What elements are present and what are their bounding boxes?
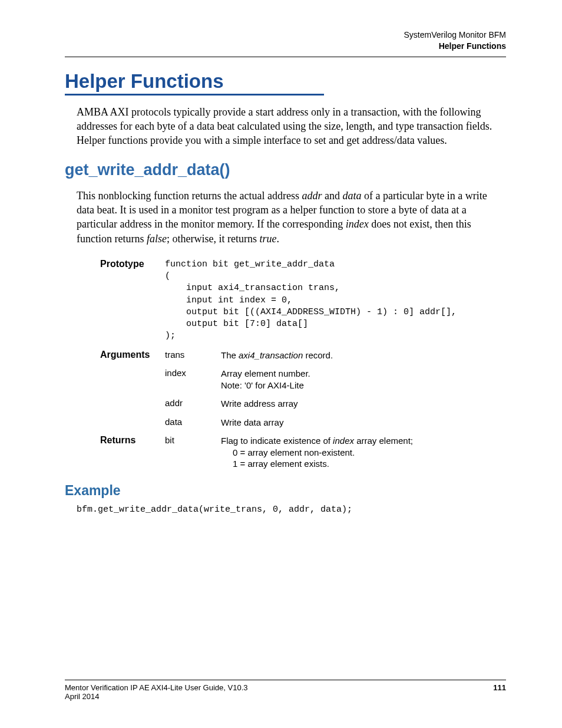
param-index: index xyxy=(333,436,354,446)
argument-row: index Array element number. Note: '0' fo… xyxy=(100,368,506,391)
arg-name: data xyxy=(165,417,221,427)
param-data: data xyxy=(342,190,361,202)
returns-row: Returns bit Flag to indicate existence o… xyxy=(100,435,506,470)
kw-true: true xyxy=(259,233,276,245)
page-number: 111 xyxy=(493,683,506,701)
param-addr: addr xyxy=(302,190,322,202)
arg-desc: Write data array xyxy=(221,417,283,429)
example-code: bfm.get_write_addr_data(write_trans, 0, … xyxy=(77,505,506,515)
text: Note: '0' for AXI4-Lite xyxy=(221,380,310,391)
prototype-code: function bit get_write_addr_data ( input… xyxy=(165,259,457,342)
arguments-label: Arguments xyxy=(100,350,165,360)
footer-rule xyxy=(65,680,506,680)
text: Array element number. xyxy=(221,368,310,380)
text: . xyxy=(276,233,279,245)
text: record. xyxy=(303,350,333,360)
return-type: bit xyxy=(165,435,221,445)
arg-name: addr xyxy=(165,398,221,408)
definition-table: Prototype function bit get_write_addr_da… xyxy=(100,259,506,470)
running-header: SystemVerilog Monitor BFM Helper Functio… xyxy=(65,29,506,52)
example-heading: Example xyxy=(65,483,506,499)
footer-doc-title: Mentor Verification IP AE AXI4-Lite User… xyxy=(65,683,247,692)
param-index: index xyxy=(346,218,369,230)
arg-desc: Array element number. Note: '0' for AXI4… xyxy=(221,368,310,391)
text: and xyxy=(322,190,342,202)
arg-name: index xyxy=(165,368,221,378)
function-title: get_write_addr_data() xyxy=(65,161,506,179)
header-chapter: SystemVerilog Monitor BFM xyxy=(65,29,506,41)
type-name: axi4_transaction xyxy=(239,350,303,360)
argument-row: Arguments trans The axi4_transaction rec… xyxy=(100,350,506,361)
arg-desc: The axi4_transaction record. xyxy=(221,350,333,361)
return-desc: Flag to indicate existence of index arra… xyxy=(221,435,413,470)
returns-label: Returns xyxy=(100,435,165,446)
kw-false: false xyxy=(147,233,167,245)
page-title: Helper Functions xyxy=(65,70,324,95)
footer-date: April 2014 xyxy=(65,692,247,701)
text: array element; xyxy=(354,436,413,446)
text: The xyxy=(221,350,239,360)
header-rule xyxy=(65,57,506,57)
intro-paragraph: AMBA AXI protocols typically provide a s… xyxy=(77,105,494,148)
text: 0 = array element non-existent. xyxy=(233,447,413,459)
text: This nonblocking function returns the ac… xyxy=(77,190,302,202)
text: Flag to indicate existence of xyxy=(221,436,333,446)
arg-desc: Write address array xyxy=(221,398,298,410)
prototype-row: Prototype function bit get_write_addr_da… xyxy=(100,259,506,342)
prototype-label: Prototype xyxy=(100,259,165,269)
text: ; otherwise, it returns xyxy=(167,233,259,245)
function-description: This nonblocking function returns the ac… xyxy=(77,189,494,246)
text: 1 = array element exists. xyxy=(233,458,413,470)
page-footer: Mentor Verification IP AE AXI4-Lite User… xyxy=(65,676,506,701)
argument-row: data Write data array xyxy=(100,417,506,429)
arg-name: trans xyxy=(165,350,221,360)
header-section: Helper Functions xyxy=(65,41,506,52)
argument-row: addr Write address array xyxy=(100,398,506,410)
